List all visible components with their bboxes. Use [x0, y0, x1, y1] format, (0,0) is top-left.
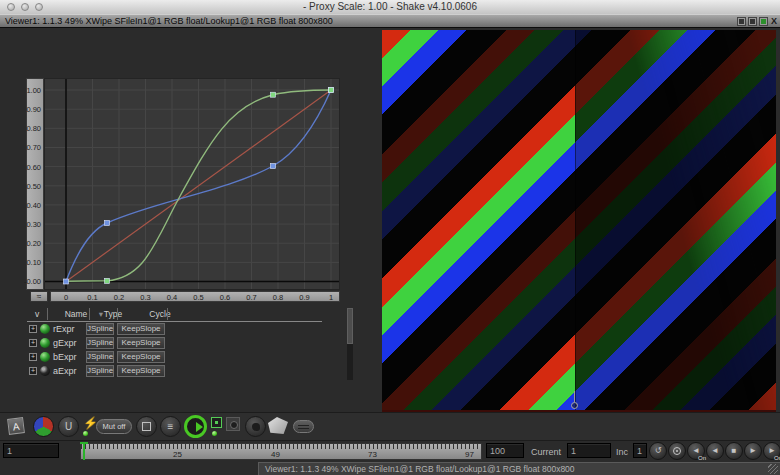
- y-tick: 0.20: [26, 239, 41, 248]
- viewer-tab-title: Viewer1: 1.1.3 49% XWipe SFileIn1@1 RGB …: [5, 16, 333, 26]
- stop-button[interactable]: ■: [725, 442, 743, 460]
- x-tick: 0.9: [294, 293, 316, 302]
- table-row[interactable]: + gExpr JSpline KeepSlope: [27, 336, 322, 350]
- viewer-tabbar[interactable]: Viewer1: 1.1.3 49% XWipe SFileIn1@1 RGB …: [0, 14, 780, 28]
- keyframe-marker[interactable]: [64, 279, 69, 284]
- header-v[interactable]: v: [29, 309, 45, 319]
- play-forward-button[interactable]: ►: [744, 442, 762, 460]
- realtime-button[interactable]: [668, 442, 686, 460]
- play-backward-icon: ◄: [711, 446, 719, 455]
- key-back-button[interactable]: ◄On: [687, 442, 705, 460]
- scrollbar-thumb[interactable]: [347, 308, 353, 344]
- blob-icon: [252, 423, 260, 431]
- type-button[interactable]: JSpline: [86, 351, 114, 363]
- expand-icon[interactable]: +: [29, 353, 37, 361]
- pan-zoom-button[interactable]: ≈: [30, 291, 48, 302]
- refresh-button[interactable]: [184, 415, 207, 438]
- crop-region-button[interactable]: [136, 416, 157, 437]
- current-label: Current: [531, 447, 561, 457]
- render-flag-button[interactable]: [226, 417, 240, 431]
- curve-name[interactable]: gExpr: [53, 338, 77, 348]
- channel-visibility-icon[interactable]: [40, 324, 50, 334]
- loop-icon: ↺: [655, 446, 662, 455]
- channel-select-button[interactable]: ≡: [160, 416, 181, 437]
- viewer-split-icon[interactable]: [748, 17, 757, 26]
- more-options-button[interactable]: [293, 420, 314, 433]
- roto-view-button[interactable]: [245, 416, 266, 437]
- wipe-handle[interactable]: [571, 402, 578, 409]
- update-mode-button[interactable]: U: [58, 416, 79, 437]
- sync-led-icon: [212, 431, 217, 436]
- header-type[interactable]: Type: [91, 309, 135, 319]
- table-row[interactable]: + aExpr JSpline KeepSlope: [27, 364, 322, 378]
- curve-name[interactable]: bExpr: [53, 352, 77, 362]
- render-dot-icon: [230, 421, 238, 429]
- cycle-button[interactable]: KeepSlope: [117, 365, 165, 377]
- keyframe-marker[interactable]: [271, 164, 276, 169]
- keyframe-marker[interactable]: [271, 92, 276, 97]
- curve-y-axis[interactable]: 1.00 0.90 0.80 0.70 0.60 0.50 0.40 0.30 …: [26, 78, 44, 290]
- x-tick: 1: [320, 293, 342, 302]
- curve-name[interactable]: rExpr: [53, 324, 75, 334]
- viewer-node-icon[interactable]: [759, 17, 768, 26]
- x-tick: 0.2: [108, 293, 130, 302]
- x-tick: 0.6: [214, 293, 236, 302]
- playhead[interactable]: [83, 442, 85, 460]
- curve-table-header: v Name ▾ Type Cycle: [27, 308, 322, 322]
- expand-icon[interactable]: +: [29, 325, 37, 333]
- ruler-label: 49: [271, 450, 280, 459]
- keyframe-marker[interactable]: [105, 278, 110, 283]
- channel-visibility-icon[interactable]: [40, 338, 50, 348]
- y-tick: 0.30: [26, 220, 41, 229]
- table-row[interactable]: + bExpr JSpline KeepSlope: [27, 350, 322, 364]
- frame-sync-button[interactable]: [211, 417, 222, 428]
- keyframe-marker[interactable]: [105, 221, 110, 226]
- sync-dot-icon: [215, 421, 218, 424]
- viewer-close-icon[interactable]: X: [771, 16, 777, 26]
- y-tick: 0.80: [26, 124, 41, 133]
- y-tick: 0.60: [26, 163, 41, 172]
- type-button[interactable]: JSpline: [86, 365, 114, 377]
- cycle-button[interactable]: KeepSlope: [117, 337, 165, 349]
- compare-button[interactable]: A: [7, 417, 25, 435]
- loop-mode-button[interactable]: ↺: [649, 442, 667, 460]
- type-button[interactable]: JSpline: [86, 323, 114, 335]
- curve-name[interactable]: aExpr: [53, 366, 77, 376]
- expand-icon[interactable]: +: [29, 339, 37, 347]
- expand-icon[interactable]: +: [29, 367, 37, 375]
- realtime-icon: [673, 447, 681, 455]
- play-backward-button[interactable]: ◄: [706, 442, 724, 460]
- mask-page-icon[interactable]: [268, 417, 288, 434]
- cycle-button[interactable]: KeepSlope: [117, 351, 165, 363]
- curve-plot[interactable]: [44, 78, 340, 290]
- curve-x-axis[interactable]: 0 0.1 0.2 0.3 0.4 0.5 0.6 0.7 0.8 0.9 1: [50, 291, 340, 302]
- y-tick: -0.00: [24, 277, 41, 286]
- mute-button[interactable]: Mut off: [96, 419, 132, 434]
- increment-input[interactable]: 1: [633, 443, 647, 458]
- channel-visibility-icon[interactable]: [40, 366, 50, 376]
- x-tick: 0.5: [188, 293, 210, 302]
- type-button[interactable]: JSpline: [86, 337, 114, 349]
- header-cycle[interactable]: Cycle: [135, 309, 185, 319]
- channel-visibility-icon[interactable]: [40, 352, 50, 362]
- timeline: 1 25 49 73 97 100 Current 1 Inc 1 ↺ ◄On …: [0, 441, 780, 462]
- wipe-handle-stem: [574, 391, 575, 402]
- stop-icon: ■: [732, 446, 737, 455]
- current-frame-input[interactable]: 1: [567, 443, 611, 458]
- proxy-led-icon: [83, 431, 88, 436]
- resize-grip-icon[interactable]: [768, 464, 778, 474]
- ruler-label: 73: [368, 450, 377, 459]
- on-label: On: [698, 455, 706, 461]
- viewer-layout-icon[interactable]: [737, 17, 746, 26]
- range-end-input[interactable]: 100: [486, 443, 524, 458]
- key-forward-button[interactable]: ►On: [763, 442, 780, 460]
- table-row[interactable]: + rExpr JSpline KeepSlope: [27, 322, 322, 336]
- image-viewer[interactable]: [382, 30, 776, 412]
- color-wheel-button[interactable]: [33, 416, 54, 437]
- frame-ruler[interactable]: 25 49 73 97: [80, 443, 482, 460]
- wipe-seam[interactable]: [575, 30, 576, 410]
- keyframe-marker[interactable]: [329, 88, 334, 93]
- cycle-button[interactable]: KeepSlope: [117, 323, 165, 335]
- table-scrollbar[interactable]: [347, 308, 353, 380]
- range-start-input[interactable]: 1: [3, 443, 59, 458]
